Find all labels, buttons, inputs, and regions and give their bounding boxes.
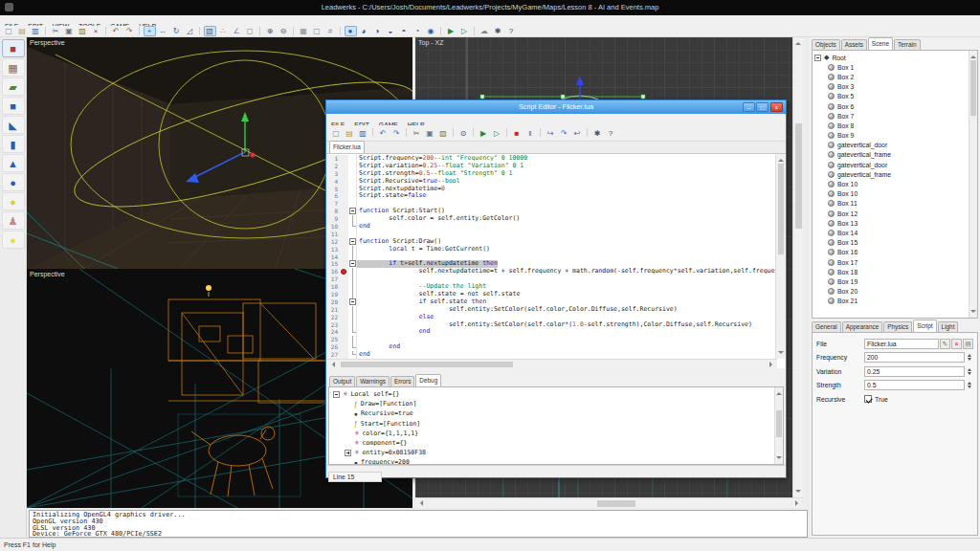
undo-icon[interactable]: ↶ xyxy=(377,127,390,140)
scroll-down-arrow[interactable] xyxy=(970,310,976,316)
scroll-left-arrow[interactable] xyxy=(329,362,335,367)
breakpoint-margin[interactable] xyxy=(340,238,348,246)
fold-margin[interactable] xyxy=(348,223,357,231)
debug-item[interactable]: ✳Local self={} xyxy=(331,389,773,399)
console-output[interactable]: Initializing OpenGL4 graphics driver...O… xyxy=(29,510,808,538)
clear-script-button[interactable]: × xyxy=(951,339,962,349)
redo-icon[interactable]: ↷ xyxy=(390,127,403,140)
fold-toggle-icon[interactable] xyxy=(349,298,356,305)
tree-item[interactable]: Box 14 xyxy=(814,228,968,237)
breakpoint-margin[interactable] xyxy=(340,223,348,231)
fold-margin[interactable] xyxy=(348,291,357,298)
fold-margin[interactable] xyxy=(348,314,357,321)
tree-item[interactable]: Box 10 xyxy=(814,189,968,199)
vertex-mode-icon[interactable]: ∴ xyxy=(217,26,230,36)
view-mode-7-icon[interactable]: ◉ xyxy=(425,26,437,36)
scrollbar-thumb[interactable] xyxy=(778,164,784,254)
breakpoint-margin[interactable] xyxy=(340,306,348,314)
fold-margin[interactable] xyxy=(348,231,357,238)
debug-item[interactable]: ƒDraw=[Function] xyxy=(331,399,773,408)
tree-item[interactable]: Box 7 xyxy=(814,111,968,121)
view-mode-3-icon[interactable]: ◑ xyxy=(371,26,384,36)
fold-toggle-icon[interactable] xyxy=(349,260,356,267)
breakpoint-margin[interactable] xyxy=(340,163,348,170)
tree-item[interactable]: Box 18 xyxy=(814,267,968,276)
zoom-in-icon[interactable]: ⊕ xyxy=(264,26,277,36)
breakpoint-margin[interactable] xyxy=(340,260,348,268)
breakpoint-margin[interactable] xyxy=(340,170,348,178)
fold-margin[interactable] xyxy=(348,343,357,351)
collapse-icon[interactable] xyxy=(814,55,821,61)
options-icon[interactable]: ✱ xyxy=(492,26,504,36)
breakpoint-margin[interactable] xyxy=(340,328,348,336)
view-mode-4-icon[interactable]: ◒ xyxy=(385,26,397,36)
snap-icon[interactable]: # xyxy=(324,26,337,36)
new-file-icon[interactable]: ▢ xyxy=(330,127,343,140)
face-mode-icon[interactable]: ◻ xyxy=(244,26,256,36)
tab-appearance[interactable]: Appearance xyxy=(842,321,882,332)
tree-item[interactable]: Box 11 xyxy=(814,199,968,209)
debug-item[interactable]: ✳entity=0x08150F38 xyxy=(331,448,773,457)
brush-cube-icon[interactable]: ■ xyxy=(2,39,25,57)
minimize-button[interactable]: – xyxy=(743,102,755,112)
publish-icon[interactable]: ☁ xyxy=(479,26,491,36)
tree-item[interactable]: Box 13 xyxy=(814,218,968,228)
fold-margin[interactable] xyxy=(348,200,357,208)
find-icon[interactable]: ⊙ xyxy=(457,127,470,140)
close-button[interactable]: × xyxy=(770,102,783,112)
undo-icon[interactable]: ↶ xyxy=(110,26,122,36)
debug-panel[interactable]: ✳Local self={}ƒDraw=[Function]●Recursive… xyxy=(328,386,784,465)
maximize-button[interactable]: □ xyxy=(756,102,768,112)
fold-toggle-icon[interactable] xyxy=(349,238,356,245)
fold-margin[interactable] xyxy=(348,260,357,268)
scroll-down-arrow[interactable] xyxy=(776,456,782,462)
copy-icon[interactable]: ▣ xyxy=(424,127,436,140)
code-line[interactable]: 10end xyxy=(327,223,775,231)
cone-icon[interactable]: ▲ xyxy=(2,154,25,172)
code-line[interactable]: 26 end xyxy=(327,343,775,351)
code-line[interactable]: 27end xyxy=(327,351,775,359)
tree-item[interactable]: Box 17 xyxy=(814,257,968,267)
code-line[interactable]: 16 self.nextupdatetime=t + self.frequenc… xyxy=(327,268,775,276)
scroll-down-arrow[interactable] xyxy=(795,490,801,496)
breakpoint-margin[interactable] xyxy=(340,246,348,253)
tree-item[interactable]: Box 9 xyxy=(814,131,968,141)
scroll-right-arrow[interactable] xyxy=(769,362,775,367)
cut-icon[interactable]: ✂ xyxy=(411,127,423,140)
tab-errors[interactable]: Errors xyxy=(390,376,414,386)
selection-mode-icon[interactable]: ▧ xyxy=(204,26,216,36)
breakpoint-margin[interactable] xyxy=(340,215,348,223)
redo-icon[interactable]: ↷ xyxy=(123,26,136,36)
run-icon[interactable]: ▷ xyxy=(491,127,503,140)
scroll-left-arrow[interactable] xyxy=(417,500,423,506)
stop-icon[interactable]: ■ xyxy=(511,127,523,140)
open-file-icon[interactable]: ▤ xyxy=(344,127,356,140)
wedge-icon[interactable]: ◣ xyxy=(2,116,25,134)
frequency-input[interactable]: 200 xyxy=(864,352,965,363)
browse-script-button[interactable]: ▤ xyxy=(963,339,973,349)
breakpoint-margin[interactable] xyxy=(340,314,348,321)
run-icon[interactable]: ▷ xyxy=(458,26,471,36)
breakpoint-margin[interactable] xyxy=(340,208,348,215)
breakpoint-margin[interactable] xyxy=(340,298,348,306)
tree-item[interactable]: Box 10 xyxy=(814,179,968,188)
step-over-icon[interactable]: ↷ xyxy=(558,127,570,140)
open-file-icon[interactable]: ▤ xyxy=(16,26,29,36)
fold-margin[interactable] xyxy=(348,336,357,343)
tab-general[interactable]: General xyxy=(812,321,841,332)
fold-margin[interactable] xyxy=(348,283,357,291)
tree-item[interactable]: Box 1 xyxy=(814,62,968,72)
layout-icon[interactable]: ▢ xyxy=(311,26,323,36)
tree-item[interactable]: Box 15 xyxy=(814,238,968,248)
scroll-up-arrow[interactable] xyxy=(778,156,784,162)
options-icon[interactable]: ✱ xyxy=(591,127,604,140)
scrollbar-thumb[interactable] xyxy=(970,60,976,116)
scroll-up-arrow[interactable] xyxy=(970,53,976,58)
scale-tool-icon[interactable]: ◿ xyxy=(184,26,196,36)
scrollbar-thumb[interactable] xyxy=(795,123,802,229)
breakpoint-margin[interactable] xyxy=(340,283,348,291)
vertical-scrollbar[interactable] xyxy=(792,37,803,497)
tree-root[interactable]: ◆Root xyxy=(814,53,968,62)
camera-icon[interactable]: ▦ xyxy=(298,26,310,36)
tree-item[interactable]: Box 12 xyxy=(814,209,968,218)
